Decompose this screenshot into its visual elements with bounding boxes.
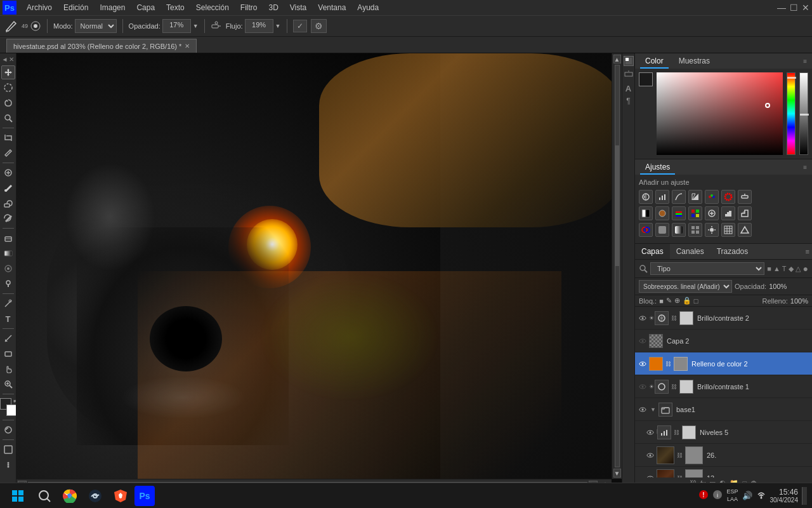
layer-type-filter[interactable]: Tipo	[650, 262, 764, 275]
menu-ventana[interactable]: Ventana	[313, 0, 351, 15]
hue-slider[interactable]	[787, 72, 796, 155]
swatches-tab[interactable]: Muestras	[674, 53, 715, 69]
menu-3d[interactable]: 3D	[263, 0, 283, 15]
adj-threshold[interactable]	[738, 206, 752, 220]
adj-hue-sat[interactable]	[721, 190, 735, 204]
healing-tool[interactable]	[1, 166, 15, 180]
window-maximize-icon[interactable]: ☐	[790, 3, 798, 13]
mode-select[interactable]: Normal	[75, 19, 117, 33]
doc-tab[interactable]: hivestatue.psd al 203% (Relleno de color…	[6, 39, 197, 53]
paths-tab[interactable]: Trazados	[710, 244, 755, 259]
adj-bw[interactable]	[639, 206, 653, 220]
canvas-area[interactable]: ◀ ▶ ◀ ▶ ▲ ▼	[16, 53, 622, 489]
filter-adj-icon[interactable]: ▲	[773, 265, 780, 273]
layer-visibility-eye[interactable]	[645, 450, 655, 460]
taskbar-volume-icon[interactable]: 🔊	[742, 491, 752, 500]
taskbar-steam-icon[interactable]	[84, 485, 107, 507]
close-tab-button[interactable]: ✕	[185, 39, 190, 53]
adj-posterize[interactable]	[721, 206, 735, 220]
panel-icon-text[interactable]: A	[625, 84, 631, 93]
lasso-tool[interactable]	[1, 96, 15, 110]
filter-shape-icon[interactable]: ◆	[789, 265, 794, 273]
adj-solid-fill[interactable]	[655, 223, 669, 237]
adj-levels[interactable]	[655, 190, 669, 204]
flow-dropdown-icon[interactable]: ▼	[275, 23, 281, 29]
channels-tab[interactable]: Canales	[670, 244, 710, 259]
menu-archivo[interactable]: Archivo	[22, 0, 57, 15]
fill-value[interactable]: 100%	[790, 297, 808, 305]
taskbar-search-icon[interactable]	[33, 485, 56, 507]
layer-row[interactable]: ☀ ⛓ Brillo/contraste 2	[635, 307, 812, 330]
menu-imagen[interactable]: Imagen	[95, 0, 130, 15]
color-tab[interactable]: Color	[640, 53, 669, 69]
panel-icon-color-picker[interactable]	[624, 56, 634, 66]
vertical-scrollbar-track[interactable]	[615, 65, 620, 467]
lightness-slider[interactable]	[799, 72, 808, 155]
hand-tool[interactable]	[1, 362, 15, 376]
lock-icon-artboard[interactable]: □	[694, 297, 698, 305]
group-collapse-icon[interactable]: ▼	[649, 406, 657, 413]
vertical-scrollbar[interactable]: ▲ ▼	[612, 53, 622, 479]
clone-stamp-tool[interactable]	[1, 196, 15, 210]
window-close-icon[interactable]: ✕	[802, 3, 809, 13]
eyedropper-tool[interactable]	[1, 146, 15, 160]
filter-smart-icon[interactable]: △	[796, 265, 801, 273]
extra-tools[interactable]	[1, 458, 15, 472]
settings-button[interactable]: ⚙	[311, 19, 327, 33]
layers-list[interactable]: ☀ ⛓ Brillo/contraste 2	[635, 307, 812, 478]
selection-tool[interactable]	[1, 81, 15, 95]
menu-filtro[interactable]: Filtro	[235, 0, 263, 15]
adj-pattern-fill[interactable]	[688, 223, 702, 237]
crop-tool[interactable]	[1, 131, 15, 145]
airbrush-toggle[interactable]	[211, 20, 222, 32]
quick-select-tool[interactable]	[1, 111, 15, 125]
panel-icon-gradient[interactable]	[624, 70, 633, 81]
window-minimize-icon[interactable]: —	[777, 3, 786, 13]
filter-type-icon[interactable]: T	[782, 265, 787, 273]
filter-pixel-icon[interactable]: ■	[767, 265, 771, 273]
layer-row[interactable]: 𝄀 ⛓ Niveles 5	[635, 421, 812, 444]
scroll-down-button[interactable]: ▼	[613, 469, 621, 478]
taskbar-notification-icon[interactable]: i	[712, 490, 723, 502]
opacity-value[interactable]: 100%	[769, 283, 791, 290]
rectangle-tool[interactable]	[1, 347, 15, 361]
adj-channel-mixer[interactable]	[672, 206, 686, 220]
layer-visibility-eye[interactable]	[645, 473, 655, 478]
lock-icon-all[interactable]: 🔒	[683, 297, 691, 305]
blend-mode-select[interactable]: Sobreexpos. lineal (Añadir)	[639, 280, 732, 293]
adj-exposure[interactable]	[688, 190, 702, 204]
adj-brightness-2[interactable]	[705, 223, 719, 237]
layer-row[interactable]: ⛓ 13	[635, 467, 812, 478]
color-spectrum[interactable]	[657, 72, 783, 155]
lock-icon-checker[interactable]: ■	[659, 297, 664, 305]
pen-tool[interactable]	[1, 297, 15, 311]
adj-invert[interactable]	[705, 206, 719, 220]
eraser-tool[interactable]	[1, 231, 15, 245]
history-brush-tool[interactable]	[1, 211, 15, 225]
zoom-tool[interactable]	[1, 377, 15, 391]
layer-visibility-eye[interactable]	[638, 336, 648, 346]
menu-texto[interactable]: Texto	[161, 0, 190, 15]
layer-visibility-eye[interactable]	[638, 313, 648, 323]
layer-row[interactable]: ☀ ⛓ Brillo/contraste 1	[635, 375, 812, 398]
adj-triangle[interactable]	[738, 223, 752, 237]
layer-row-selected[interactable]: ⛓ Relleno de color 2	[635, 352, 812, 375]
layer-visibility-eye[interactable]	[638, 404, 648, 415]
taskbar-language-indicator[interactable]: ESP LAA	[726, 488, 738, 503]
layers-tab[interactable]: Capas	[635, 244, 670, 259]
layer-row[interactable]: Capa 2	[635, 330, 812, 352]
background-color[interactable]	[6, 404, 16, 416]
opacity-dropdown-icon[interactable]: ▼	[193, 23, 199, 29]
move-tool[interactable]	[1, 65, 15, 79]
taskbar-brave-icon[interactable]	[109, 485, 132, 507]
taskbar-network-icon[interactable]	[756, 490, 766, 502]
adj-vibrance[interactable]	[705, 190, 719, 204]
taskbar-antivirus-icon[interactable]: !	[698, 490, 709, 502]
filter-toggle[interactable]: ●	[803, 264, 808, 274]
blur-tool[interactable]	[1, 262, 15, 276]
taskbar-photoshop-icon[interactable]: Ps	[134, 486, 155, 506]
taskbar-datetime[interactable]: 15:46 30/4/2024	[770, 488, 799, 504]
collapse-icon[interactable]: ◄	[2, 56, 8, 63]
layer-visibility-eye[interactable]	[638, 382, 648, 392]
lock-icon-brush[interactable]: ✎	[666, 297, 672, 305]
